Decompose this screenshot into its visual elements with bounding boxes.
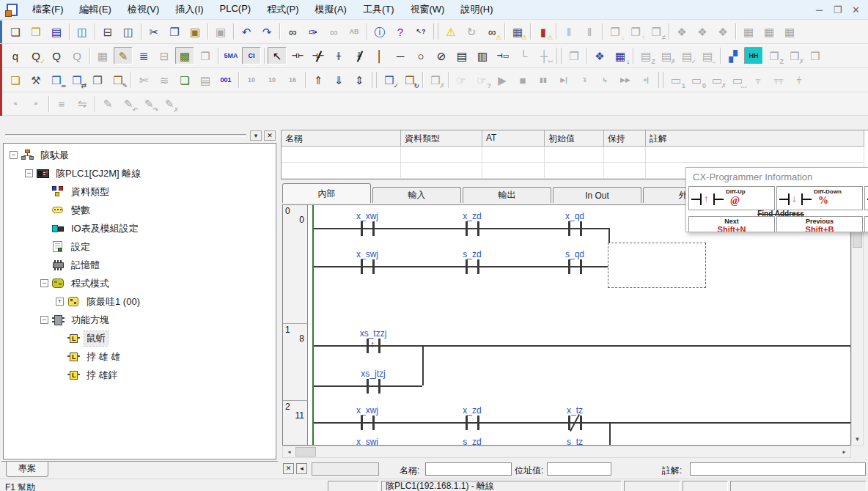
ladder-vertical-scrollbar[interactable]: ▲ ▼ [851,204,864,446]
print-button[interactable]: ⊟ [98,23,117,40]
io-table-1-button[interactable]: ▦ [739,23,758,40]
table-cell[interactable] [282,163,401,179]
instruction-box-button[interactable]: ▤ [452,47,471,64]
contact-no-button[interactable]: ⊣⊢ [288,47,307,64]
contact-s_qd[interactable] [568,259,570,274]
tab-input[interactable]: 輸入 [372,187,461,203]
mem-transfer-1-button[interactable]: ▤Z [636,47,655,64]
step-run-button[interactable]: ▶| [554,71,573,89]
contact-x_tz-bar[interactable] [580,416,582,430]
tree-item-fb-1[interactable]: L鼠蚚 [4,329,276,347]
menu-file[interactable]: 檔案(F) [24,0,72,20]
indent-left-button[interactable]: « [6,95,25,113]
watch-comment-input[interactable] [690,462,866,476]
scan-run-button[interactable]: »| [636,71,655,89]
menu-program[interactable]: 程式(P) [259,0,306,20]
table-cell[interactable] [545,163,604,179]
sim-pause-button[interactable]: ▮▮ [534,71,553,89]
table-cell[interactable] [545,147,604,163]
simulator-help-button[interactable]: ☞? [472,71,491,89]
open-button[interactable]: ❒ [26,23,45,40]
mnemonic-view-button[interactable]: 5MA [221,47,240,64]
cut-button[interactable]: ✂ [144,23,163,40]
address-grid-button[interactable]: ▦↓ [611,47,630,64]
contact-x_tz[interactable] [568,416,570,430]
watch-window-button[interactable]: ❒∞ [47,71,66,89]
grey-doc-button[interactable]: ▤ [196,71,215,89]
watch-name-input[interactable] [425,462,512,476]
replace-all-button[interactable]: AB [345,23,364,40]
sim-stop-button[interactable]: ■ [513,71,532,89]
hh-monitor-button[interactable]: HH [744,47,763,64]
address-reference-button[interactable]: ▞ [724,47,743,64]
menu-help[interactable]: 說明(H) [452,0,501,20]
instruction-box-2-button[interactable]: ▥ [473,47,492,64]
binary-display-button[interactable]: 001 [216,71,235,89]
expander-function-blocks[interactable]: − [40,316,48,324]
table-cell[interactable] [482,163,545,179]
menu-insert[interactable]: 插入(I) [167,0,211,20]
force-off-button[interactable]: ▭0 [687,71,706,89]
stacked-sheets-button[interactable]: ❖ [590,47,609,64]
contact-x_xwj[interactable] [361,416,363,430]
io-table-3-button[interactable]: ▦ [780,23,799,40]
panel-dropdown-button[interactable]: ▾ [250,130,262,141]
menu-edit[interactable]: 編輯(E) [72,0,119,20]
column-header-4[interactable]: 初始值 [545,130,604,147]
tab-output[interactable]: 輸出 [463,187,551,203]
select-tool-button[interactable]: ↖ [268,47,287,64]
scroll-right-button[interactable]: ▸ [839,446,850,457]
io-table-2-button[interactable]: ▦ [760,23,779,40]
symbol-bar-button[interactable]: ⊟ [155,47,174,64]
table-cell[interactable] [604,147,646,163]
panel-close-button[interactable]: ✕ [264,130,276,141]
find-replace-button[interactable]: ✑ [304,23,323,40]
force-set-all-button[interactable]: ▭… [728,71,747,89]
edit-pen-button[interactable]: ✎ [98,95,117,113]
pen-undo-button[interactable]: ✎↶ [119,95,138,113]
sim-run-button[interactable]: ▶ [493,71,512,89]
copy-button[interactable]: ❐ [165,23,184,40]
zoom-check-button[interactable]: Q✓ [26,47,45,64]
contact-x_zd[interactable] [466,416,468,430]
menu-tools[interactable]: 工具(T) [355,0,402,20]
popup-title[interactable]: CX-Programmer Information [686,168,868,186]
new-button[interactable]: ❏ [6,23,25,40]
tree-item-memory[interactable]: 記憶體 [4,256,276,274]
contact-x_xwj-bar[interactable] [372,416,375,430]
tab-inout[interactable]: In Out [553,187,641,203]
expander-project-root[interactable]: − [10,151,18,159]
window-x-button[interactable]: ❒✗ [785,47,804,64]
block-list-button[interactable]: ⇋ [73,95,92,113]
zoom-in-button[interactable]: Q [47,47,66,64]
redo-button[interactable]: ↷ [257,23,276,40]
set-value-up-button[interactable]: ⇑ [309,71,328,89]
contact-nc-button[interactable]: ⊣⊢ [309,47,328,64]
menu-plc[interactable]: PLC(P) [212,0,260,20]
force-refresh-button[interactable]: ⇕ [350,71,369,89]
contact-x_qd[interactable] [568,221,570,236]
tree-item-program-1[interactable]: +陔最哇1 (00) [4,292,276,311]
contact-x_zd-bar[interactable] [477,221,479,236]
menu-view[interactable]: 檢視(V) [119,0,167,20]
save-button[interactable]: ▤ [47,23,66,40]
context-help-button[interactable]: ↖? [411,23,430,40]
block-comment-button[interactable]: ≡ [52,95,71,113]
coil-nc-button[interactable]: ⊘ [432,47,451,64]
mem-transfer-2-button[interactable]: ▤✗ [657,47,676,64]
watch-prev-button[interactable]: ◂ [296,463,307,474]
ladder-editor[interactable]: 0018211x_xwjx_zdx_qdx_swjs_zds_qdxs_tzzj… [282,204,851,446]
fb-invocation-button[interactable]: ⊣▭ [493,47,512,64]
radix-signed-decimal-button[interactable]: 10 [262,71,282,89]
tree-item-data-types[interactable]: 資料類型 [4,182,276,201]
contact-s_qd-bar[interactable] [580,259,582,274]
contact-xs_jtzj[interactable] [367,379,369,394]
restore-button[interactable]: ❐ [828,2,847,18]
tab-internal[interactable]: 內部 [282,183,371,203]
find-button[interactable]: ∞ [283,23,302,40]
line-corner-button[interactable]: └ [514,47,533,64]
cut-rung-button[interactable]: ✄ [134,71,153,89]
continuous-step-run-button[interactable]: ▶▶ [616,71,635,89]
find-report-warning-button[interactable]: ∞⚠ [482,23,501,40]
horizontal-scroll-thumb[interactable] [295,447,316,457]
